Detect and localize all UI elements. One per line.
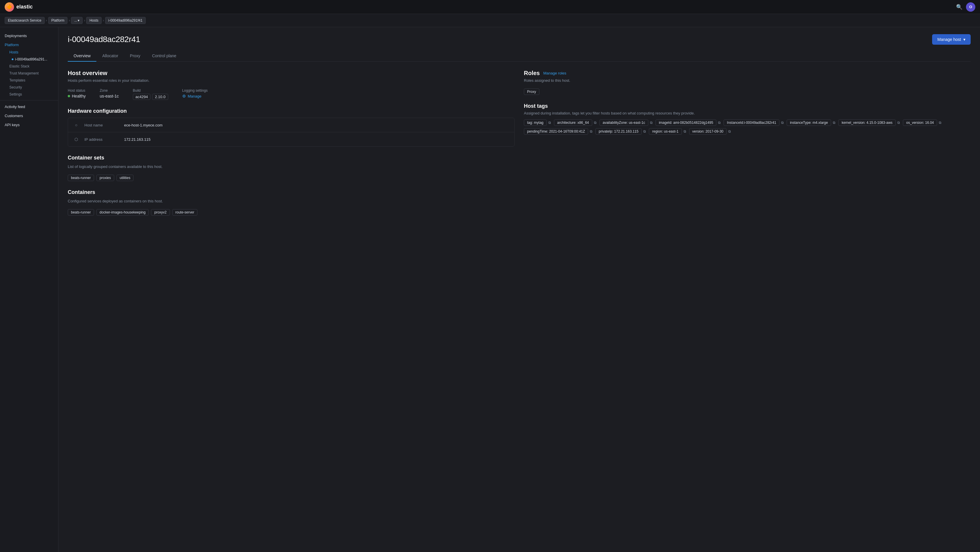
- breadcrumb-link-host-id[interactable]: i-00049ad896a291f41: [105, 17, 146, 24]
- sidebar-section-deployments: Deployments: [0, 32, 58, 40]
- layout: Deployments Platform Hosts i-00049ad896a…: [0, 27, 980, 552]
- hostname-value: ece-host-1.myece.com: [124, 123, 163, 127]
- sidebar-section-api-keys: API keys: [0, 121, 58, 129]
- list-item: proxies: [96, 175, 114, 181]
- sidebar-item-platform[interactable]: Platform: [0, 41, 58, 49]
- container-sets-desc: List of logically grouped containers ava…: [68, 164, 514, 169]
- list-item: pendingTime: 2021-04-16T09:00:41Z ⧉: [524, 128, 593, 135]
- host-status-value: Healthy: [68, 94, 86, 99]
- sidebar-host-id-label: i-00049ad896a291...: [15, 57, 47, 61]
- breadcrumb-link-platform[interactable]: Platform: [48, 17, 68, 24]
- server-icon: ○: [73, 121, 80, 129]
- tag-label-9: privateIp: 172.21.163.115: [595, 128, 641, 135]
- logging-field: Logging settings ⚙ Manage: [182, 89, 208, 100]
- build-badge-2: 2.10.0: [152, 94, 168, 100]
- breadcrumb-elasticsearch-service[interactable]: Elasticsearch Service: [5, 17, 45, 24]
- sidebar-item-customers[interactable]: Customers: [0, 112, 58, 120]
- list-item: architecture: x86_64 ⧉: [554, 119, 597, 126]
- copy-icon-5[interactable]: ⧉: [832, 120, 836, 125]
- sidebar-section-activity: Activity feed: [0, 103, 58, 111]
- sidebar-item-host-id[interactable]: i-00049ad896a291...: [2, 56, 58, 63]
- sidebar-section-customers: Customers: [0, 112, 58, 120]
- roles-header: Roles Manage roles: [524, 70, 970, 76]
- copy-icon-2[interactable]: ⧉: [649, 120, 653, 125]
- content-left: Host overview Hosts perform essential ro…: [68, 70, 514, 216]
- main-content: i-00049ad8ac282r41 Manage host ▾ Overvie…: [59, 27, 980, 552]
- list-item: beats-runner: [68, 209, 94, 216]
- manage-host-button[interactable]: Manage host ▾: [932, 34, 970, 45]
- copy-icon-11[interactable]: ⧉: [728, 129, 732, 134]
- copy-icon-8[interactable]: ⧉: [589, 129, 593, 134]
- breadcrumb-link-hosts[interactable]: Hosts: [86, 17, 102, 24]
- sidebar-active-dot: [12, 59, 13, 60]
- tab-overview[interactable]: Overview: [68, 51, 96, 62]
- tag-label-5: instanceType: m4.xlarge: [787, 119, 831, 126]
- host-status-label: Host status: [68, 89, 86, 92]
- search-button[interactable]: 🔍: [956, 4, 963, 10]
- copy-icon-10[interactable]: ⧉: [683, 129, 687, 134]
- manage-roles-link[interactable]: Manage roles: [543, 71, 566, 75]
- logging-manage-link[interactable]: ⚙ Manage: [182, 94, 208, 99]
- sidebar-item-trust-management[interactable]: Trust Management: [2, 70, 58, 77]
- sidebar-item-settings[interactable]: Settings: [2, 91, 58, 98]
- host-tags-title: Host tags: [524, 103, 970, 109]
- ip-label: IP address: [84, 137, 119, 142]
- roles-desc: Roles assigned to this host.: [524, 78, 970, 83]
- copy-icon-6[interactable]: ⧉: [897, 120, 900, 125]
- avatar[interactable]: O: [966, 2, 975, 12]
- table-row-ip: ⬡ IP address 172.21.163.115: [68, 132, 514, 146]
- sidebar-item-api-keys[interactable]: API keys: [0, 121, 58, 129]
- list-item: proxyv2: [151, 209, 170, 216]
- roles-title: Roles: [524, 70, 539, 76]
- container-sets-title: Container sets: [68, 155, 514, 161]
- tabs: Overview Allocator Proxy Control plane: [68, 51, 970, 62]
- list-item: region: us-east-1 ⧉: [649, 128, 687, 135]
- hardware-section: Hardware configuration ○ Host name ece-h…: [68, 108, 514, 146]
- sidebar-divider-1: [0, 100, 58, 100]
- tag-label-7: os_version: 16.04: [903, 119, 937, 126]
- host-overview-title: Host overview: [68, 70, 514, 76]
- sidebar-item-elastic-stack[interactable]: Elastic Stack: [2, 63, 58, 70]
- copy-icon-0[interactable]: ⧉: [548, 120, 552, 125]
- build-value: ac4294 2.10.0: [133, 94, 168, 100]
- breadcrumb-dots-button[interactable]: ... ▾: [71, 17, 83, 24]
- breadcrumb-ellipsis[interactable]: ... ▾: [71, 17, 83, 24]
- sidebar-item-templates[interactable]: Templates: [2, 77, 58, 84]
- containers-section: Containers Configured services deployed …: [68, 189, 514, 216]
- breadcrumb-platform[interactable]: Platform: [48, 17, 68, 24]
- ip-icon: ⬡: [73, 136, 80, 143]
- containers-desc: Configured services deployed as containe…: [68, 199, 514, 203]
- status-healthy-dot: [68, 95, 70, 97]
- list-item: tag: mytag ⧉: [524, 119, 552, 126]
- logging-label: Logging settings: [182, 89, 208, 92]
- tab-allocator[interactable]: Allocator: [96, 51, 124, 62]
- roles-section: Roles Manage roles Roles assigned to thi…: [524, 70, 970, 95]
- table-row-hostname: ○ Host name ece-host-1.myece.com: [68, 118, 514, 132]
- app-name: elastic: [16, 4, 33, 10]
- list-item: Proxy: [524, 89, 539, 95]
- breadcrumb-link-elasticsearch-service[interactable]: Elasticsearch Service: [5, 17, 45, 24]
- content-right: Roles Manage roles Roles assigned to thi…: [524, 70, 970, 216]
- sidebar-item-security[interactable]: Security: [2, 84, 58, 91]
- sidebar: Deployments Platform Hosts i-00049ad896a…: [0, 27, 59, 552]
- host-status-text: Healthy: [72, 94, 86, 99]
- copy-icon-3[interactable]: ⧉: [718, 120, 721, 125]
- tab-control-plane[interactable]: Control plane: [146, 51, 182, 62]
- breadcrumb-host-id[interactable]: i-00049ad896a291f41: [105, 17, 146, 24]
- breadcrumb-hosts[interactable]: Hosts: [86, 17, 102, 24]
- copy-icon-7[interactable]: ⧉: [938, 120, 942, 125]
- zone-field: Zone us-east-1c: [100, 89, 119, 100]
- copy-icon-4[interactable]: ⧉: [781, 120, 784, 125]
- list-item: kernel_version: 4.15.0-1083-aws ⧉: [838, 119, 900, 126]
- copy-icon-9[interactable]: ⧉: [643, 129, 646, 134]
- list-item: docker-images-housekeeping: [96, 209, 149, 216]
- ip-value: 172.21.163.115: [124, 137, 150, 142]
- sidebar-item-deployments[interactable]: Deployments: [0, 32, 58, 40]
- sidebar-item-hosts[interactable]: Hosts: [2, 49, 58, 56]
- tab-proxy[interactable]: Proxy: [124, 51, 146, 62]
- copy-icon-1[interactable]: ⧉: [593, 120, 597, 125]
- list-item: version: 2017-09-30 ⧉: [689, 128, 732, 135]
- zone-value: us-east-1c: [100, 94, 119, 99]
- host-status-field: Host status Healthy: [68, 89, 86, 100]
- sidebar-item-activity-feed[interactable]: Activity feed: [0, 103, 58, 111]
